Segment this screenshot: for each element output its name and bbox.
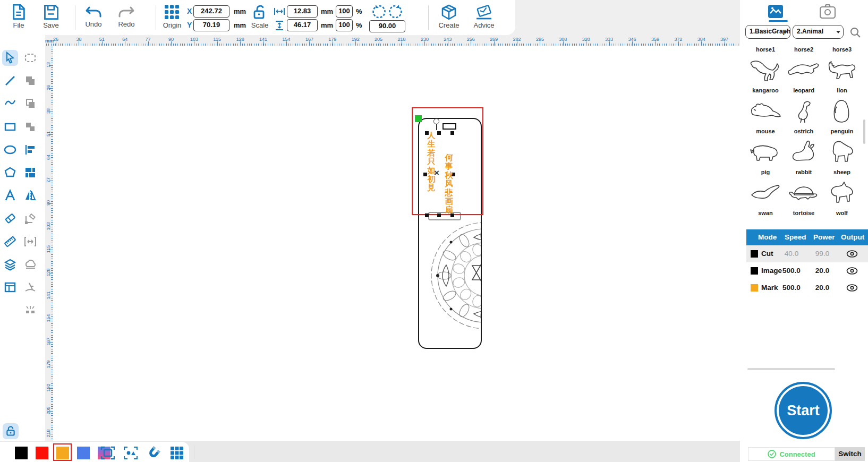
color-swatch-0[interactable] (15, 447, 28, 459)
ruler-label: 333 (603, 37, 616, 42)
layers-tool[interactable] (2, 256, 18, 272)
weld-tool[interactable] (22, 256, 38, 272)
magnet-tool-icon[interactable] (147, 446, 160, 460)
library-item-pig[interactable] (748, 138, 782, 166)
power-value[interactable]: 20.0 (809, 284, 836, 292)
multi-select-tool-icon[interactable] (124, 446, 138, 460)
select-tool[interactable] (2, 50, 18, 66)
mode-row-mark[interactable]: Mark500.020.0 (746, 279, 868, 296)
origin-button[interactable]: Origin (157, 4, 187, 29)
curve-tool[interactable] (2, 96, 18, 112)
output-toggle[interactable] (846, 266, 858, 276)
library-item-sheep[interactable] (825, 138, 859, 166)
ellipse-tool[interactable] (2, 142, 18, 158)
layer-color-swatch[interactable] (751, 284, 758, 292)
library-item-leopard[interactable] (787, 56, 821, 84)
mode-name: Cut (761, 250, 773, 258)
frame-tool[interactable] (2, 279, 18, 295)
selection-handle[interactable] (437, 131, 441, 135)
library-item-label: kangaroo (745, 87, 786, 93)
selection-handle[interactable] (425, 213, 429, 217)
arrange-grid-tool[interactable] (22, 165, 38, 181)
x-position-input[interactable]: 242.72 (193, 5, 229, 18)
camera-tab[interactable] (820, 4, 836, 19)
origin-anchor-handle[interactable] (415, 115, 422, 122)
break-apart-tool[interactable] (22, 302, 38, 318)
distribute-tool[interactable] (22, 234, 38, 250)
power-value[interactable]: 20.0 (809, 267, 836, 275)
ruler-label: 256 (464, 37, 477, 42)
marquee-select-tool[interactable] (22, 50, 38, 66)
category-dropdown-2[interactable]: 2.Animal (793, 25, 844, 39)
color-swatch-3[interactable] (77, 447, 90, 459)
library-scrollbar[interactable] (863, 119, 865, 144)
width-percent-input[interactable]: 100 (336, 5, 353, 18)
category-dropdown-1[interactable]: 1.BasicGraph (745, 25, 790, 39)
boolean-subtract-tool[interactable] (22, 96, 38, 112)
rotate-ccw-button[interactable] (372, 5, 386, 19)
text-on-path-tool[interactable] (22, 279, 38, 295)
layer-color-swatch[interactable] (751, 250, 758, 258)
ruler-label: 141 (46, 289, 51, 302)
library-item-lion[interactable] (825, 56, 859, 84)
width-input[interactable]: 12.83 (287, 5, 318, 18)
selection-handle[interactable] (437, 213, 441, 217)
save-button[interactable]: Save (38, 4, 64, 29)
library-item-tortoise[interactable] (787, 179, 821, 207)
height-percent-input[interactable]: 100 (336, 19, 353, 31)
switch-device-button[interactable]: Switch (835, 447, 865, 461)
library-item-kangaroo[interactable] (748, 56, 782, 84)
rotation-handle[interactable] (433, 118, 439, 124)
ruler-label: 154 (280, 37, 293, 42)
rotation-input[interactable]: 90.00 (369, 20, 405, 32)
undo-button[interactable]: Undo (80, 5, 107, 28)
speed-value[interactable]: 500.0 (778, 284, 805, 292)
library-item-wolf[interactable] (825, 179, 859, 207)
boolean-union-tool[interactable] (22, 73, 38, 89)
mode-row-image[interactable]: Image500.020.0 (746, 262, 868, 279)
library-item-swan[interactable] (748, 179, 782, 207)
library-item-rabbit[interactable] (787, 138, 821, 166)
redo-button[interactable]: Redo (113, 5, 140, 28)
ellipse-icon (4, 143, 16, 156)
speed-value[interactable]: 500.0 (778, 267, 805, 275)
align-tool[interactable] (22, 142, 38, 158)
selection-handle[interactable] (450, 131, 454, 135)
ruler-tool[interactable] (2, 234, 18, 250)
mode-row-cut[interactable]: Cut40.099.0 (746, 245, 868, 262)
color-swatch-1[interactable] (36, 447, 48, 459)
library-item-ostrich[interactable] (787, 97, 821, 125)
mirror-tool[interactable] (22, 187, 38, 203)
undo-label: Undo (80, 20, 107, 28)
library-item-penguin[interactable] (825, 97, 859, 125)
power-value[interactable]: 99.0 (809, 250, 836, 258)
rectangle-tool[interactable] (2, 119, 18, 135)
output-toggle[interactable] (846, 249, 858, 259)
eraser-tool[interactable] (2, 210, 18, 226)
text-tool[interactable] (2, 187, 18, 203)
line-tool[interactable] (2, 73, 18, 89)
height-input[interactable]: 46.17 (287, 19, 318, 31)
polygon-tool[interactable] (2, 165, 18, 181)
speed-value[interactable]: 40.0 (778, 250, 805, 258)
start-button[interactable]: Start (775, 382, 832, 439)
advice-button[interactable]: Advice (469, 4, 499, 29)
bookmark-slot-shape[interactable] (442, 123, 456, 130)
scale-lock-button[interactable]: Scale (246, 4, 273, 29)
file-button[interactable]: File (6, 4, 31, 29)
gallery-tab[interactable] (768, 4, 784, 19)
output-toggle[interactable] (846, 283, 858, 293)
frame-tool-icon[interactable] (101, 446, 115, 460)
search-icon[interactable] (850, 27, 861, 38)
y-position-input[interactable]: 70.19 (193, 19, 229, 31)
library-item-mouse[interactable] (748, 97, 782, 125)
layer-color-swatch[interactable] (751, 267, 758, 275)
grid-tool-icon[interactable] (170, 446, 184, 460)
design-canvas[interactable] (53, 46, 740, 441)
rotate-cw-button[interactable] (389, 5, 403, 19)
boolean-subtract-icon (24, 97, 37, 110)
node-edit-tool[interactable] (22, 210, 38, 226)
boolean-intersect-tool[interactable] (22, 119, 38, 135)
lock-tool-button[interactable] (3, 423, 19, 439)
create-button[interactable]: Create (435, 4, 463, 29)
